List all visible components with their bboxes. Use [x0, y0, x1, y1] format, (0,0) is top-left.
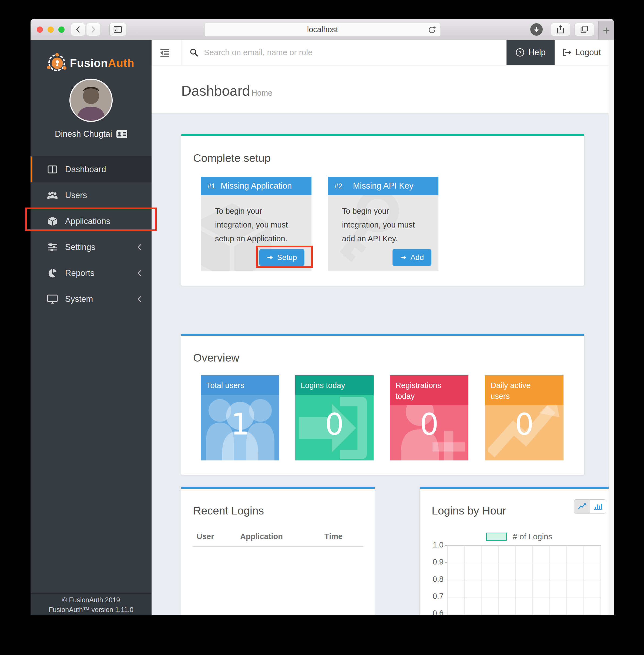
- sidebar-item-label: Reports: [65, 268, 95, 278]
- downloads-button[interactable]: [530, 23, 543, 36]
- tile-value: 0: [390, 409, 468, 439]
- sidebar-item-label: System: [65, 294, 93, 304]
- y-axis-tick: 0.7: [422, 592, 443, 601]
- column-header-application: Application: [240, 532, 283, 541]
- help-label: Help: [528, 48, 546, 57]
- recent-logins-panel: Recent Logins User Application Time: [181, 487, 375, 615]
- plus-icon: [603, 27, 610, 34]
- complete-setup-title: Complete setup: [193, 152, 271, 164]
- collapse-sidebar-button[interactable]: [156, 46, 173, 59]
- add-button[interactable]: Add: [392, 249, 431, 266]
- add-button-label: Add: [410, 253, 424, 262]
- search-input[interactable]: [204, 48, 474, 57]
- outdent-icon: [159, 48, 170, 57]
- total-users-tile: Total users 1: [201, 375, 279, 460]
- registrations-today-tile: Registrations today N/A 0: [390, 375, 468, 460]
- copyright-text: © FusionAuth 2019: [30, 595, 152, 605]
- page-header: Dashboard Home: [152, 65, 614, 113]
- sidebar: FusionAuth Dinesh Chugtai Dashboard User…: [30, 40, 152, 615]
- back-button[interactable]: [71, 23, 85, 36]
- sidebar-item-users[interactable]: Users: [30, 182, 152, 208]
- search-icon: [189, 48, 199, 57]
- y-axis-tick: 0.8: [422, 575, 443, 584]
- browser-chrome: localhost: [30, 19, 614, 40]
- sidebar-toggle-button[interactable]: [109, 23, 126, 36]
- screenshot-stage: localhost: [0, 0, 644, 655]
- table-header-divider: [192, 546, 363, 547]
- line-chart-icon: [578, 502, 587, 511]
- logins-by-hour-title: Logins by Hour: [432, 504, 506, 517]
- address-bar-url: localhost: [307, 25, 338, 34]
- share-icon: [556, 25, 565, 34]
- address-bar[interactable]: localhost: [205, 23, 441, 37]
- recent-logins-title: Recent Logins: [193, 504, 264, 517]
- main-area: ? Help Logout Dashboard Home Complete se…: [152, 40, 614, 615]
- chevron-left-icon: [137, 269, 142, 277]
- card-title: Missing Application: [221, 181, 292, 191]
- top-bar: ? Help Logout: [152, 40, 614, 65]
- sidebar-item-dashboard[interactable]: Dashboard: [30, 156, 152, 182]
- search-area: [189, 40, 486, 65]
- chevron-right-icon: [90, 25, 97, 33]
- line-chart-toggle-button[interactable]: [574, 500, 590, 513]
- sidebar-item-label: Users: [65, 190, 87, 200]
- column-header-time: Time: [324, 532, 343, 541]
- monitor-icon: [46, 294, 59, 304]
- avatar: [69, 78, 113, 122]
- chart-plot-area: [447, 545, 601, 615]
- daily-active-users-tile: Daily active users N/A 0: [485, 375, 564, 460]
- svg-text:?: ?: [519, 50, 522, 55]
- sidebar-item-settings[interactable]: Settings: [30, 234, 152, 260]
- card-title: Missing API Key: [353, 181, 414, 191]
- scrollbar[interactable]: [608, 40, 614, 615]
- overview-panel: Overview Total users 1 Logins today N/A …: [181, 334, 584, 475]
- card-text: To begin your integration, you must setu…: [201, 195, 290, 245]
- browser-window: localhost: [30, 19, 614, 615]
- sidebar-item-system[interactable]: System: [30, 286, 152, 312]
- share-button[interactable]: [551, 23, 570, 36]
- minimize-window-button[interactable]: [48, 26, 54, 33]
- id-card-icon[interactable]: [116, 130, 127, 138]
- legend-swatch: [486, 533, 507, 541]
- annotation-box-applications: [25, 207, 157, 231]
- chart-legend: # of Logins: [486, 532, 552, 541]
- logins-by-hour-panel: Logins by Hour # of Logins 1.0 0.9 0.8 0…: [420, 487, 614, 615]
- y-axis-tick: 0.6: [422, 609, 443, 615]
- tile-label: Daily active users: [485, 375, 564, 405]
- tab-overview-button[interactable]: [575, 23, 594, 36]
- logout-button[interactable]: Logout: [555, 40, 608, 65]
- tabs-icon: [580, 25, 589, 34]
- chevron-left-icon: [137, 295, 142, 303]
- columns-icon: [46, 165, 59, 174]
- new-tab-button[interactable]: [598, 21, 614, 40]
- version-text: FusionAuth™ version 1.11.0: [30, 605, 152, 614]
- sidebar-item-label: Settings: [65, 242, 95, 252]
- chevron-left-icon: [74, 25, 82, 33]
- card-number: #2: [335, 182, 342, 190]
- bar-chart-toggle-button[interactable]: [590, 500, 606, 513]
- sidebar-nav: Dashboard Users Applications Settings: [30, 156, 152, 312]
- overview-title: Overview: [193, 352, 239, 364]
- forward-button[interactable]: [86, 23, 100, 36]
- breadcrumb[interactable]: Home: [252, 89, 272, 97]
- chevron-left-icon: [137, 243, 142, 251]
- card-text: To begin your integration, you must add …: [328, 195, 417, 245]
- zoom-window-button[interactable]: [59, 26, 65, 33]
- complete-setup-panel: Complete setup #1 Missing Application To…: [181, 134, 584, 286]
- tile-label: Logins today: [295, 375, 374, 395]
- help-button[interactable]: ? Help: [506, 40, 555, 65]
- card-number: #1: [207, 182, 215, 190]
- column-header-user: User: [197, 532, 214, 541]
- sidebar-item-label: Dashboard: [65, 164, 106, 174]
- legend-label: # of Logins: [513, 532, 552, 541]
- sliders-icon: [46, 243, 59, 252]
- user-name: Dinesh Chugtai: [30, 129, 152, 139]
- sidebar-panel-icon: [113, 25, 122, 33]
- page-title: Dashboard: [181, 83, 250, 99]
- tile-label: Registrations today: [390, 375, 468, 405]
- reload-icon[interactable]: [427, 25, 437, 35]
- close-window-button[interactable]: [37, 26, 43, 33]
- tile-value: 1: [201, 409, 279, 439]
- sidebar-item-reports[interactable]: Reports: [30, 260, 152, 286]
- chart-type-toggle: [574, 499, 606, 513]
